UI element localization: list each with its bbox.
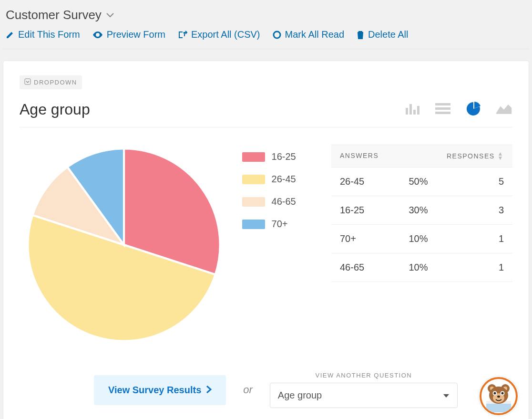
viewmode-pie[interactable] (465, 101, 482, 115)
preview-form-label: Preview Form (107, 29, 165, 40)
svg-point-0 (274, 31, 280, 38)
svg-point-20 (501, 392, 504, 395)
field-type-label: DROPDOWN (34, 79, 77, 86)
question-picker-label: VIEW ANOTHER QUESTION (270, 372, 458, 379)
pie-chart (20, 145, 229, 345)
question-picker-value: Age group (278, 390, 322, 401)
svg-rect-4 (413, 110, 416, 115)
table-header: ANSWERS RESPONSES ▲▼ (331, 145, 512, 168)
table-row: 26-4550%5 (331, 168, 512, 196)
legend-swatch (242, 175, 265, 184)
table-row: 16-2530%3 (331, 196, 512, 225)
svg-rect-2 (406, 108, 408, 115)
answers-column-header: ANSWERS (340, 152, 379, 160)
legend-swatch (242, 220, 265, 229)
percent-cell: 10% (409, 262, 454, 273)
viewmode-list[interactable] (434, 101, 451, 115)
legend-label: 26-45 (272, 174, 296, 185)
edit-form-label: Edit This Form (18, 29, 80, 40)
viewmode-bar[interactable] (404, 101, 421, 115)
export-all-link[interactable]: Export All (CSV) (178, 29, 260, 40)
svg-rect-8 (435, 112, 450, 114)
bear-avatar-icon (480, 377, 518, 415)
legend-item: 26-45 (242, 174, 318, 185)
svg-rect-7 (435, 107, 450, 110)
viewmode-switcher (404, 101, 512, 118)
count-cell: 1 (455, 233, 504, 244)
legend-label: 70+ (272, 219, 288, 230)
help-avatar-button[interactable] (479, 376, 519, 416)
answers-table: ANSWERS RESPONSES ▲▼ 26-4550%516-2530%37… (331, 145, 512, 345)
svg-rect-3 (409, 104, 412, 115)
card-footer: View Survey Results or VIEW ANOTHER QUES… (20, 372, 512, 408)
svg-point-18 (494, 392, 496, 395)
answer-cell: 16-25 (340, 205, 409, 216)
page-header: Customer Survey Edit This Form Preview F… (3, 3, 529, 49)
percent-cell: 10% (409, 233, 454, 244)
count-cell: 5 (455, 176, 504, 187)
or-separator: or (243, 384, 253, 396)
question-picker-select[interactable]: Age group (270, 383, 458, 408)
responses-column-header[interactable]: RESPONSES ▲▼ (447, 152, 504, 160)
chart-legend: 16-2526-4546-6570+ (242, 145, 318, 345)
svg-rect-6 (435, 103, 450, 105)
legend-item: 46-65 (242, 196, 318, 207)
toolbar: Edit This Form Preview Form Export All (… (6, 29, 526, 40)
table-row: 46-6510%1 (331, 253, 512, 282)
view-results-label: View Survey Results (108, 385, 201, 396)
legend-label: 46-65 (272, 196, 296, 207)
view-survey-results-button[interactable]: View Survey Results (94, 375, 226, 405)
form-title-dropdown[interactable]: Customer Survey (6, 8, 526, 22)
table-row: 70+10%1 (331, 225, 512, 253)
percent-cell: 30% (409, 205, 454, 216)
mark-all-read-link[interactable]: Mark All Read (273, 29, 345, 40)
form-title: Customer Survey (6, 8, 102, 22)
svg-rect-5 (417, 106, 419, 115)
legend-swatch (242, 197, 265, 207)
percent-cell: 50% (409, 176, 454, 187)
eye-icon (92, 31, 103, 39)
count-cell: 3 (455, 205, 504, 216)
count-cell: 1 (455, 262, 504, 273)
legend-item: 16-25 (242, 151, 318, 162)
circle-icon (273, 31, 281, 39)
export-all-label: Export All (CSV) (191, 29, 260, 40)
mark-all-read-label: Mark All Read (285, 29, 345, 40)
delete-all-label: Delete All (368, 29, 409, 40)
dropdown-icon (24, 78, 31, 86)
answer-cell: 26-45 (340, 176, 409, 187)
svg-rect-1 (25, 79, 31, 84)
svg-point-21 (497, 396, 500, 398)
answer-cell: 70+ (340, 233, 409, 244)
legend-label: 16-25 (272, 151, 296, 162)
legend-item: 70+ (242, 219, 318, 230)
pencil-icon (6, 31, 14, 39)
legend-swatch (242, 152, 265, 162)
preview-form-link[interactable]: Preview Form (92, 29, 165, 40)
chevron-down-icon (106, 10, 114, 20)
field-type-badge: DROPDOWN (20, 75, 82, 89)
answer-cell: 46-65 (340, 262, 409, 273)
delete-all-link[interactable]: Delete All (357, 29, 409, 40)
question-title: Age group (20, 101, 90, 118)
trash-icon (357, 31, 364, 39)
sort-icon: ▲▼ (498, 152, 504, 160)
question-card: DROPDOWN Age group 16-2526-4546-6570+ AN… (3, 61, 529, 419)
viewmode-area[interactable] (495, 101, 512, 115)
caret-down-icon (443, 390, 450, 401)
chevron-right-icon (206, 385, 212, 396)
edit-form-link[interactable]: Edit This Form (6, 29, 80, 40)
export-icon (178, 31, 187, 39)
question-picker: VIEW ANOTHER QUESTION Age group (270, 372, 458, 408)
